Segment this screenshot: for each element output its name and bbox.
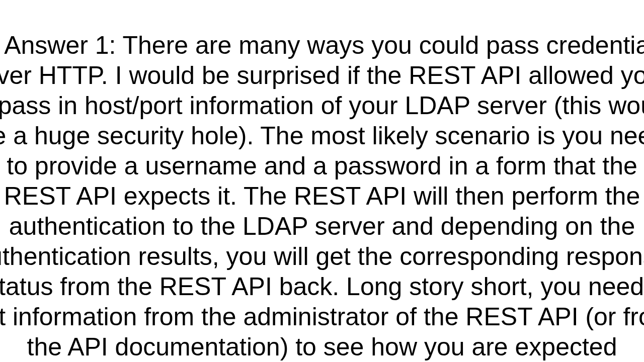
answer-text-block: Answer 1: There are many ways you could …	[0, 0, 644, 362]
answer-body: There are many ways you could pass crede…	[0, 31, 644, 362]
answer-label: Answer 1:	[4, 31, 116, 59]
document-viewport: Answer 1: There are many ways you could …	[0, 0, 644, 362]
